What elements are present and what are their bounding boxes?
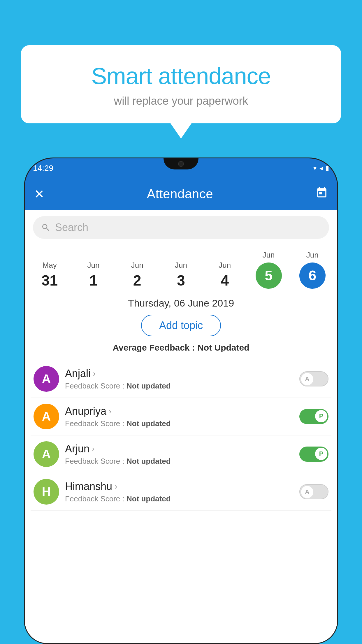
calendar-svg	[316, 187, 328, 199]
feedback-score-3: Feedback Score : Not updated	[65, 494, 294, 503]
power-button-long	[337, 275, 338, 310]
calendar-day-5[interactable]: Jun 5	[250, 251, 288, 289]
camera	[178, 161, 184, 167]
cal-month-1: Jun	[74, 261, 112, 270]
phone-content: Search May 31 Jun 1 Jun 2 Jun 3 Jun 4 Ju…	[25, 210, 337, 643]
close-button[interactable]: ✕	[34, 187, 44, 201]
feedback-score-2: Feedback Score : Not updated	[65, 457, 294, 466]
chevron-icon-2: ›	[92, 444, 94, 454]
cal-month-4: Jun	[206, 261, 244, 270]
chevron-icon-0: ›	[93, 369, 96, 378]
student-avatar-2: A	[34, 441, 59, 467]
cal-date-0: 31	[31, 273, 68, 289]
bubble-title: Smart attendance	[36, 63, 326, 90]
avg-feedback: Average Feedback : Not Updated	[25, 343, 337, 353]
student-info-1: Anupriya › Feedback Score : Not updated	[65, 405, 294, 428]
student-list: A Anjali › Feedback Score : Not updated …	[25, 360, 337, 511]
student-row-1: A Anupriya › Feedback Score : Not update…	[31, 398, 331, 435]
speech-bubble: Smart attendance will replace your paper…	[21, 45, 341, 123]
feedback-score-0: Feedback Score : Not updated	[65, 382, 294, 391]
feedback-score-1: Feedback Score : Not updated	[65, 419, 294, 428]
app-title: Attendance	[147, 187, 213, 201]
attendance-toggle-3[interactable]: A	[299, 484, 328, 499]
student-avatar-3: H	[34, 479, 59, 505]
calendar-day-0[interactable]: May 31	[31, 261, 68, 289]
search-placeholder-text: Search	[55, 221, 88, 234]
calendar-day-2[interactable]: Jun 2	[118, 261, 156, 289]
student-info-3: Himanshu › Feedback Score : Not updated	[65, 480, 294, 503]
calendar-day-1[interactable]: Jun 1	[74, 261, 112, 289]
student-name-0[interactable]: Anjali ›	[65, 368, 294, 380]
cal-date-1: 1	[74, 273, 112, 289]
cal-month-5: Jun	[250, 251, 288, 260]
student-name-2[interactable]: Arjun ›	[65, 443, 294, 455]
notch	[164, 158, 198, 169]
calendar-day-4[interactable]: Jun 4	[206, 261, 244, 289]
cal-month-3: Jun	[162, 261, 200, 270]
student-row-2: A Arjun › Feedback Score : Not updated P	[31, 435, 331, 473]
power-button	[337, 252, 338, 268]
student-name-3[interactable]: Himanshu ›	[65, 480, 294, 493]
cal-date-3: 3	[162, 273, 200, 289]
search-input-container[interactable]: Search	[33, 216, 329, 239]
avg-feedback-label: Average Feedback :	[113, 343, 197, 352]
signal-icon: ◂	[319, 164, 323, 172]
status-icons: ▾ ◂ ▮	[313, 164, 329, 172]
student-row-3: H Himanshu › Feedback Score : Not update…	[31, 473, 331, 511]
calendar-icon[interactable]	[316, 187, 328, 202]
cal-date-4: 4	[206, 273, 244, 289]
search-bar: Search	[25, 210, 337, 245]
student-avatar-0: A	[34, 366, 59, 392]
student-avatar-1: A	[34, 404, 59, 429]
student-info-2: Arjun › Feedback Score : Not updated	[65, 443, 294, 466]
calendar-day-6[interactable]: Jun 6	[294, 251, 331, 289]
cal-date-2: 2	[118, 273, 156, 289]
attendance-toggle-2[interactable]: P	[299, 447, 328, 462]
selected-date-label: Thursday, 06 June 2019	[25, 298, 337, 309]
cal-date-5: 5	[256, 262, 282, 289]
status-bar: 14:29 ▾ ◂ ▮	[25, 158, 337, 178]
chevron-icon-1: ›	[109, 407, 111, 416]
cal-month-0: May	[31, 261, 68, 270]
attendance-toggle-1[interactable]: P	[299, 409, 328, 424]
student-info-0: Anjali › Feedback Score : Not updated	[65, 368, 294, 391]
wifi-icon: ▾	[313, 164, 317, 172]
student-name-1[interactable]: Anupriya ›	[65, 405, 294, 417]
status-time: 14:29	[33, 164, 53, 173]
add-topic-button[interactable]: Add topic	[141, 315, 221, 336]
phone-frame: 14:29 ▾ ◂ ▮ ✕ Attendance Search	[24, 158, 338, 644]
volume-button	[24, 281, 25, 304]
avg-feedback-value: Not Updated	[197, 343, 249, 352]
cal-month-2: Jun	[118, 261, 156, 270]
app-bar: ✕ Attendance	[25, 178, 337, 210]
attendance-toggle-0[interactable]: A	[299, 371, 328, 386]
chevron-icon-3: ›	[115, 482, 117, 491]
cal-month-6: Jun	[294, 251, 331, 260]
student-row-0: A Anjali › Feedback Score : Not updated …	[31, 360, 331, 398]
bubble-subtitle: will replace your paperwork	[36, 95, 326, 107]
search-icon	[41, 223, 50, 232]
calendar-row: May 31 Jun 1 Jun 2 Jun 3 Jun 4 Jun 5 Jun…	[25, 245, 337, 289]
cal-date-6: 6	[299, 262, 326, 289]
battery-icon: ▮	[326, 164, 329, 172]
calendar-day-3[interactable]: Jun 3	[162, 261, 200, 289]
